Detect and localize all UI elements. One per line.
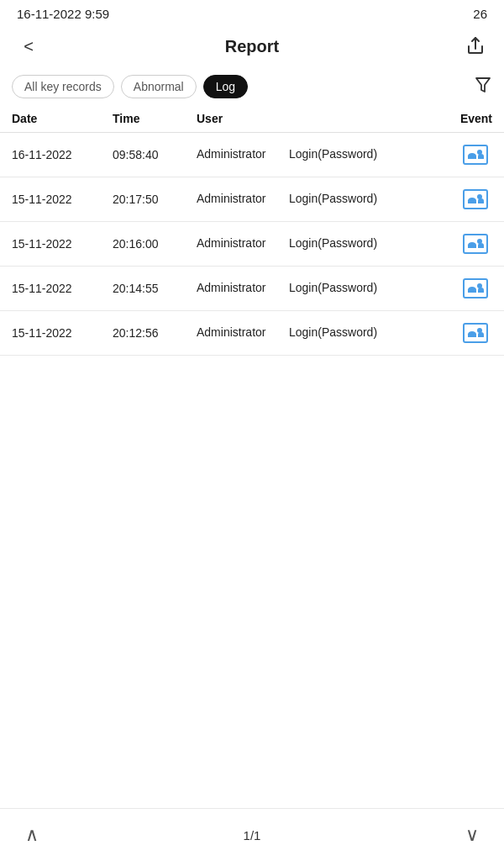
pagination-info: 1/1 bbox=[244, 828, 261, 843]
filter-abnormal[interactable]: Abnormal bbox=[121, 75, 197, 98]
sun-shape bbox=[477, 239, 482, 244]
filter-row: All key records Abnormal Log bbox=[0, 70, 504, 105]
image-icon[interactable] bbox=[463, 145, 488, 165]
cell-event: Login(Password) bbox=[289, 325, 459, 341]
sun-shape bbox=[477, 283, 482, 288]
table-row[interactable]: 16-11-2022 09:58:40 Administrator Login(… bbox=[0, 133, 504, 177]
col-header-date: Date bbox=[12, 112, 113, 125]
cell-date: 15-11-2022 bbox=[12, 326, 113, 340]
cell-image[interactable] bbox=[459, 234, 492, 254]
table-row[interactable]: 15-11-2022 20:17:50 Administrator Login(… bbox=[0, 177, 504, 222]
image-icon[interactable] bbox=[463, 278, 488, 298]
filter-all-key-records[interactable]: All key records bbox=[12, 75, 114, 98]
cell-time: 20:14:55 bbox=[113, 282, 197, 295]
cell-user: Administrator bbox=[197, 191, 289, 208]
cell-time: 09:58:40 bbox=[113, 148, 197, 161]
cell-image[interactable] bbox=[459, 323, 492, 343]
col-header-time: Time bbox=[113, 112, 197, 125]
cell-date: 15-11-2022 bbox=[12, 282, 113, 295]
cell-event: Login(Password) bbox=[289, 280, 459, 297]
cell-time: 20:17:50 bbox=[113, 193, 197, 206]
filter-icon[interactable] bbox=[474, 76, 492, 98]
pagination-up-button[interactable]: ∧ bbox=[25, 824, 39, 846]
share-icon bbox=[465, 36, 486, 56]
image-icon[interactable] bbox=[463, 189, 488, 209]
sun-shape bbox=[477, 194, 482, 199]
sun-shape bbox=[477, 328, 482, 333]
header: < Report bbox=[0, 26, 504, 70]
cell-user: Administrator bbox=[197, 235, 289, 252]
status-bar: 16-11-2022 9:59 26 bbox=[0, 0, 504, 26]
col-header-user: User bbox=[197, 112, 289, 125]
cell-date: 15-11-2022 bbox=[12, 237, 113, 251]
cell-date: 15-11-2022 bbox=[12, 193, 113, 206]
share-button[interactable] bbox=[460, 31, 491, 61]
table-row[interactable]: 15-11-2022 20:16:00 Administrator Login(… bbox=[0, 222, 504, 267]
col-header-event: Event bbox=[289, 112, 492, 125]
cell-time: 20:12:56 bbox=[113, 326, 197, 340]
image-icon[interactable] bbox=[463, 323, 488, 343]
svg-marker-1 bbox=[476, 78, 490, 92]
cell-user: Administrator bbox=[197, 146, 289, 163]
cell-image[interactable] bbox=[459, 189, 492, 209]
table-header: Date Time User Event bbox=[0, 105, 504, 133]
back-button[interactable]: < bbox=[13, 31, 44, 61]
cell-time: 20:16:00 bbox=[113, 237, 197, 251]
pagination: ∧ 1/1 ∨ bbox=[0, 808, 504, 861]
table-row[interactable]: 15-11-2022 20:14:55 Administrator Login(… bbox=[0, 267, 504, 311]
sun-shape bbox=[477, 150, 482, 155]
cell-user: Administrator bbox=[197, 280, 289, 297]
table-body: 16-11-2022 09:58:40 Administrator Login(… bbox=[0, 133, 504, 356]
cell-event: Login(Password) bbox=[289, 191, 459, 208]
page-title: Report bbox=[44, 37, 460, 56]
filter-log[interactable]: Log bbox=[203, 75, 248, 98]
status-time: 16-11-2022 9:59 bbox=[17, 7, 109, 21]
cell-event: Login(Password) bbox=[289, 235, 459, 252]
cell-image[interactable] bbox=[459, 145, 492, 165]
pagination-down-button[interactable]: ∨ bbox=[465, 824, 479, 846]
cell-image[interactable] bbox=[459, 278, 492, 298]
image-icon[interactable] bbox=[463, 234, 488, 254]
cell-date: 16-11-2022 bbox=[12, 148, 113, 161]
status-battery: 26 bbox=[473, 7, 487, 21]
table-row[interactable]: 15-11-2022 20:12:56 Administrator Login(… bbox=[0, 311, 504, 356]
cell-user: Administrator bbox=[197, 325, 289, 341]
cell-event: Login(Password) bbox=[289, 146, 459, 163]
